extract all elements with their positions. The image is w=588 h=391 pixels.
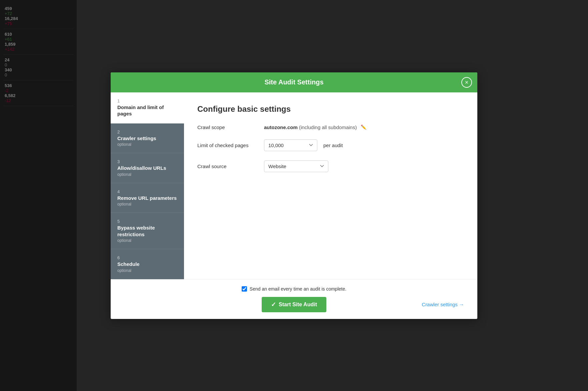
crawl-scope-label: Crawl scope [197, 124, 264, 130]
settings-sidebar: 1 Domain and limit of pages 2 Crawler se… [111, 92, 184, 279]
footer-actions: ✓ Start Site Audit Crawler settings → [124, 297, 464, 312]
crawler-settings-link[interactable]: Crawler settings → [422, 302, 464, 307]
crawl-source-row: Crawl source Website Sitemap Website and… [197, 160, 464, 172]
sidebar-item-2-optional: optional [117, 142, 177, 147]
sidebar-item-crawler[interactable]: 2 Crawler settings optional [111, 123, 184, 153]
modal-close-button[interactable]: × [461, 77, 472, 88]
sidebar-item-6-label: Schedule [117, 261, 177, 268]
settings-content: Configure basic settings Crawl scope aut… [184, 92, 477, 279]
sidebar-item-1-label: Domain and limit of pages [117, 104, 177, 117]
crawl-scope-domain: autozone.com (including all subdomains) [264, 124, 357, 130]
sidebar-item-3-optional: optional [117, 172, 177, 177]
edit-domain-icon[interactable]: ✏️ [361, 124, 366, 130]
modal-title: Site Audit Settings [264, 78, 323, 86]
sidebar-item-6-number: 6 [117, 255, 177, 260]
limit-pages-select[interactable]: 100 500 1,000 5,000 10,000 20,000 50,000… [264, 139, 317, 151]
sidebar-item-remove-url[interactable]: 4 Remove URL parameters optional [111, 183, 184, 213]
sidebar-item-4-optional: optional [117, 202, 177, 207]
crawl-source-value-container: Website Sitemap Website and Sitemap List… [264, 160, 328, 172]
limit-pages-row: Limit of checked pages 100 500 1,000 5,0… [197, 139, 464, 151]
checkmark-icon: ✓ [271, 301, 276, 308]
limit-pages-value-container: 100 500 1,000 5,000 10,000 20,000 50,000… [264, 139, 343, 151]
per-audit-label: per audit [323, 142, 343, 148]
sidebar-item-2-number: 2 [117, 129, 177, 134]
crawl-source-label: Crawl source [197, 163, 264, 169]
sidebar-item-3-label: Allow/disallow URLs [117, 165, 177, 171]
crawl-source-select[interactable]: Website Sitemap Website and Sitemap List… [264, 160, 328, 172]
crawl-scope-value-container: autozone.com (including all subdomains) … [264, 124, 366, 130]
footer-inner: Send an email every time an audit is com… [124, 286, 464, 312]
page-title: Configure basic settings [197, 104, 464, 114]
sidebar-item-2-label: Crawler settings [117, 135, 177, 142]
sidebar-item-5-optional: optional [117, 238, 177, 243]
modal-body: 1 Domain and limit of pages 2 Crawler se… [111, 92, 477, 279]
sidebar-item-5-label: Bypass website restrictions [117, 225, 177, 238]
sidebar-item-schedule[interactable]: 6 Schedule optional [111, 249, 184, 279]
modal-overlay: Site Audit Settings × 1 Domain and limit… [0, 0, 588, 391]
sidebar-item-allow-disallow[interactable]: 3 Allow/disallow URLs optional [111, 153, 184, 183]
crawl-scope-row: Crawl scope autozone.com (including all … [197, 124, 464, 130]
modal-footer: Send an email every time an audit is com… [111, 279, 477, 319]
modal-header: Site Audit Settings × [111, 72, 477, 92]
sidebar-item-1-number: 1 [117, 98, 177, 103]
sidebar-item-5-number: 5 [117, 219, 177, 224]
sidebar-item-bypass[interactable]: 5 Bypass website restrictions optional [111, 213, 184, 249]
crawl-scope-subdomain: (including all subdomains) [299, 124, 357, 130]
sidebar-item-domain[interactable]: 1 Domain and limit of pages [111, 92, 184, 123]
start-audit-button[interactable]: ✓ Start Site Audit [262, 297, 326, 312]
email-notification-label[interactable]: Send an email every time an audit is com… [250, 286, 346, 292]
sidebar-item-6-optional: optional [117, 268, 177, 273]
crawl-scope-domain-name: autozone.com [264, 124, 298, 130]
start-audit-label: Start Site Audit [279, 302, 317, 308]
limit-pages-label: Limit of checked pages [197, 142, 264, 148]
site-audit-settings-modal: Site Audit Settings × 1 Domain and limit… [111, 72, 477, 319]
sidebar-item-4-label: Remove URL parameters [117, 195, 177, 202]
email-notification-checkbox[interactable] [242, 286, 247, 292]
sidebar-item-3-number: 3 [117, 159, 177, 164]
sidebar-item-4-number: 4 [117, 189, 177, 194]
email-notification-row: Send an email every time an audit is com… [242, 286, 346, 292]
